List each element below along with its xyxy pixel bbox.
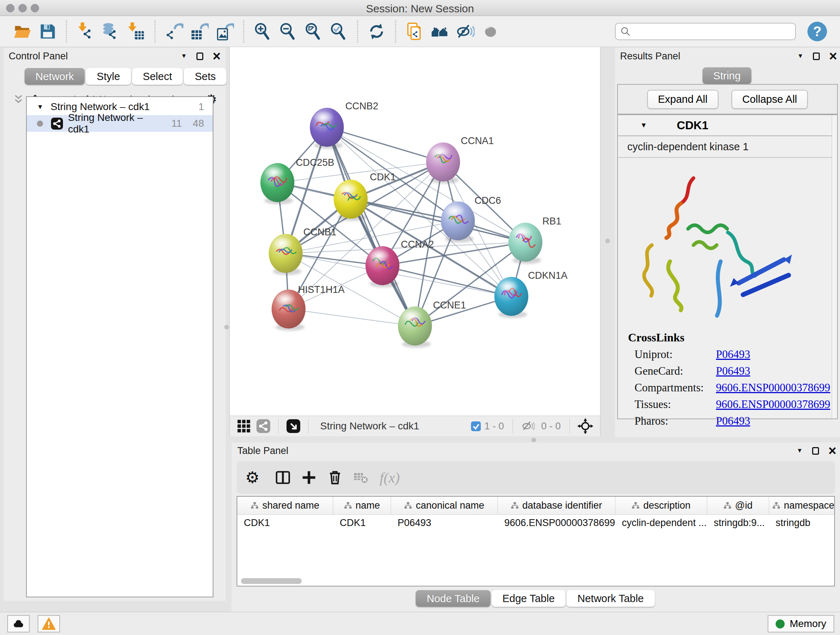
column-header-canonical-name[interactable]: canonical name: [391, 497, 498, 515]
zoom-in-icon[interactable]: [253, 22, 272, 41]
bottom-splitter-handle[interactable]: [531, 438, 536, 442]
search-input[interactable]: [634, 26, 791, 37]
results-scrollbar[interactable]: [832, 115, 837, 418]
tab-string[interactable]: String: [703, 67, 752, 84]
panel-close-icon[interactable]: ×: [213, 52, 221, 60]
column-header--id[interactable]: @id: [707, 497, 769, 515]
gene-section-header[interactable]: ▼ CDK1: [618, 115, 837, 136]
panel-close-icon[interactable]: ×: [829, 447, 836, 454]
crosslink-link[interactable]: 9606.ENSP00000378699: [716, 398, 830, 411]
network-edge[interactable]: [327, 127, 415, 326]
refresh-layout-icon[interactable]: [367, 22, 386, 41]
help-button[interactable]: ?: [807, 22, 827, 41]
export-table-icon[interactable]: [190, 22, 209, 41]
panel-float-icon[interactable]: [196, 52, 203, 60]
panel-close-icon[interactable]: ×: [829, 52, 837, 60]
zoom-fit-icon[interactable]: [304, 22, 323, 41]
network-edge[interactable]: [289, 309, 415, 326]
export-network-icon[interactable]: [164, 22, 183, 41]
network-node-CCNA1[interactable]: [426, 142, 460, 181]
table-options-gear-icon[interactable]: ⚙: [245, 471, 259, 484]
column-header-database-identifier[interactable]: database identifier: [498, 497, 615, 515]
clone-network-icon[interactable]: [405, 22, 424, 41]
zoom-out-icon[interactable]: [279, 22, 297, 41]
show-panel-icon[interactable]: [481, 22, 500, 41]
warning-status-button[interactable]: [38, 615, 60, 632]
column-header-description[interactable]: description: [615, 497, 707, 515]
panel-menu-icon[interactable]: ▼: [797, 52, 804, 60]
detach-view-icon[interactable]: [286, 419, 300, 433]
left-splitter-handle[interactable]: [224, 325, 229, 329]
table-cell[interactable]: P06493: [391, 515, 498, 532]
crosslink-link[interactable]: 9606.ENSP00000378699: [716, 381, 830, 394]
network-edge[interactable]: [382, 266, 511, 296]
selected-checkbox-icon[interactable]: [471, 421, 481, 431]
hide-panel-icon[interactable]: [456, 22, 475, 41]
open-session-icon[interactable]: [13, 22, 32, 41]
panel-float-icon[interactable]: [813, 52, 820, 60]
column-header-namespace[interactable]: namespace: [769, 497, 835, 515]
network-node-CCNA2[interactable]: [365, 246, 399, 285]
export-image-icon[interactable]: [215, 22, 234, 41]
tab-node-table[interactable]: Node Table: [416, 590, 490, 607]
expand-all-button[interactable]: Expand All: [647, 90, 718, 109]
panel-float-icon[interactable]: [812, 447, 819, 455]
collapse-all-networks-icon[interactable]: [13, 94, 24, 105]
memory-button[interactable]: Memory: [767, 615, 834, 632]
gene-expand-icon[interactable]: ▼: [640, 121, 647, 129]
cloud-status-button[interactable]: [7, 615, 30, 632]
column-header-shared-name[interactable]: shared name: [237, 497, 333, 515]
import-table-icon[interactable]: [126, 22, 145, 41]
table-row[interactable]: CDK1CDK1P064939606.ENSP00000378699cyclin…: [237, 515, 834, 532]
table-cell[interactable]: CDK1: [333, 515, 391, 532]
right-splitter-handle[interactable]: [605, 239, 610, 243]
tab-style[interactable]: Style: [86, 68, 131, 85]
table-cell[interactable]: 9606.ENSP00000378699: [498, 515, 615, 532]
birds-eye-view-icon[interactable]: [577, 418, 594, 434]
crosslink-link[interactable]: P06493: [716, 364, 750, 378]
zoom-selected-icon[interactable]: [329, 22, 348, 41]
tab-network-table[interactable]: Network Table: [567, 590, 654, 607]
grid-view-icon[interactable]: [237, 419, 251, 433]
import-network-database-icon[interactable]: [101, 22, 120, 41]
network-node-CCNB2[interactable]: [310, 108, 344, 147]
collection-expand-icon[interactable]: ▼: [37, 103, 43, 111]
table-cell[interactable]: CDK1: [237, 515, 333, 532]
network-graph[interactable]: CCNB2CCNA1CDC25BCDK1CDC6RB1CCNB1CCNA2CDK…: [230, 47, 600, 416]
network-edge[interactable]: [327, 127, 443, 162]
network-row[interactable]: String Network – cdk1 11 48: [27, 115, 213, 132]
panel-menu-icon[interactable]: ▼: [797, 447, 803, 454]
network-node-CDKN1A[interactable]: [494, 277, 529, 316]
crosslink-link[interactable]: P06493: [716, 348, 750, 361]
table-cell[interactable]: stringdb:9...: [707, 515, 769, 532]
node-table[interactable]: shared namenamecanonical namedatabase id…: [237, 496, 835, 586]
network-node-CDK1[interactable]: [333, 180, 368, 219]
tab-select[interactable]: Select: [132, 68, 183, 85]
network-node-CCNE1[interactable]: [398, 307, 432, 346]
tab-edge-table[interactable]: Edge Table: [492, 590, 566, 607]
tab-network[interactable]: Network: [25, 68, 85, 85]
panel-menu-icon[interactable]: ▼: [181, 52, 187, 60]
delete-column-icon[interactable]: [327, 470, 343, 485]
tab-sets[interactable]: Sets: [184, 68, 226, 85]
network-canvas[interactable]: CCNB2CCNA1CDC25BCDK1CDC6RB1CCNB1CCNA2CDK…: [229, 47, 600, 416]
network-view-icon[interactable]: [256, 419, 270, 433]
crosslink-link[interactable]: P06493: [716, 415, 750, 428]
search-box[interactable]: [615, 23, 796, 40]
save-session-icon[interactable]: [38, 22, 57, 41]
network-node-CDC6[interactable]: [441, 201, 475, 241]
table-cell[interactable]: cyclin-dependent ...: [615, 515, 707, 532]
import-network-icon[interactable]: [76, 22, 95, 41]
network-node-HIST1H1A[interactable]: [272, 290, 306, 329]
network-node-CCNB1[interactable]: [269, 234, 303, 273]
scrollbar-thumb[interactable]: [241, 578, 302, 584]
collapse-all-button[interactable]: Collapse All: [731, 90, 808, 109]
table-hscrollbar[interactable]: [237, 577, 835, 586]
column-header-name[interactable]: name: [333, 497, 391, 515]
show-columns-icon[interactable]: [275, 470, 291, 485]
network-node-RB1[interactable]: [508, 223, 542, 262]
add-column-icon[interactable]: [302, 470, 317, 485]
network-node-CDC25B[interactable]: [261, 163, 294, 202]
string-home-icon[interactable]: [431, 22, 449, 41]
table-cell[interactable]: stringdb: [769, 515, 835, 532]
